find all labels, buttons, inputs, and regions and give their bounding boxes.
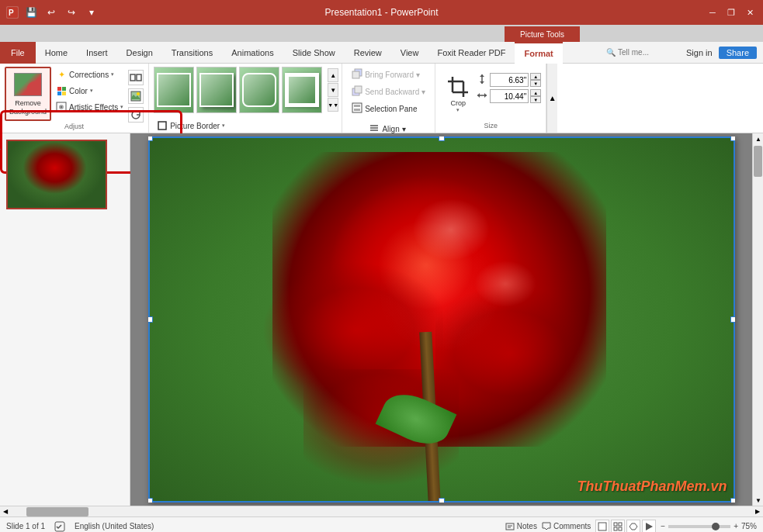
style-more-button[interactable]: ▼▼ (328, 98, 338, 112)
arrange-content: Bring Forward ▾ Send Backward ▾ (347, 67, 430, 116)
style-thumb-4[interactable] (282, 67, 322, 113)
handle-middle-left[interactable] (148, 316, 153, 323)
height-row: 6.63" ▲ ▼ (477, 73, 541, 87)
style-up-button[interactable]: ▲ (328, 68, 338, 82)
picture-border-button[interactable]: Picture Border ▾ (154, 118, 228, 133)
slideshow-button[interactable] (642, 520, 656, 533)
minimize-button[interactable]: ─ (706, 5, 720, 19)
svg-rect-19 (354, 105, 360, 107)
style-down-button[interactable]: ▼ (328, 83, 338, 97)
scroll-right-button[interactable]: ▶ (752, 506, 763, 517)
save-button[interactable]: 💾 (23, 5, 39, 20)
slide-number-1: 1 (0, 143, 2, 151)
title-bar: P 💾 ↩ ↪ ▾ Presentation1 - PowerPoint ─ ❐… (0, 0, 763, 25)
width-spin-down[interactable]: ▼ (530, 96, 541, 103)
tab-format[interactable]: Format (515, 42, 562, 64)
selection-pane-button[interactable]: Selection Pane (347, 101, 421, 116)
artistic-effects-button[interactable]: Artistic Effects ▾ (53, 99, 127, 115)
notes-button[interactable]: Notes (505, 522, 537, 531)
corrections-dropdown-arrow: ▾ (111, 71, 114, 78)
tab-view[interactable]: View (391, 42, 428, 64)
zoom-out-button[interactable]: − (661, 522, 665, 530)
ribbon-group-adjust: RemoveBackground ✦ Corrections ▾ (0, 64, 149, 133)
tab-design[interactable]: Design (117, 42, 162, 64)
qat-customize-button[interactable]: ▾ (84, 5, 99, 20)
tab-file[interactable]: File (0, 42, 36, 64)
style-thumb-4-inner (285, 73, 319, 107)
zoom-level: 75% (741, 522, 757, 530)
rose-image[interactable]: ThuThuatPhanMem.vn (148, 136, 735, 503)
height-spin-down[interactable]: ▼ (530, 80, 541, 87)
normal-view-button[interactable] (595, 520, 609, 533)
handle-top-left[interactable] (148, 136, 153, 141)
height-input[interactable]: 6.63" (490, 73, 529, 87)
scroll-thumb[interactable] (754, 146, 762, 177)
style-thumb-3[interactable] (239, 67, 279, 113)
comments-button[interactable]: Comments (542, 522, 591, 531)
handle-bottom-right[interactable] (730, 498, 735, 503)
style-thumb-1[interactable] (154, 67, 194, 113)
share-button[interactable]: Share (719, 47, 757, 59)
tab-foxit[interactable]: Foxit Reader PDF (428, 42, 515, 64)
handle-top-middle[interactable] (439, 136, 445, 141)
ribbon-scroll-button[interactable]: ▲ (546, 64, 557, 133)
tell-me-input[interactable] (618, 48, 680, 57)
h-scroll-thumb[interactable] (26, 507, 88, 516)
tab-review[interactable]: Review (345, 42, 391, 64)
size-group-label: Size (484, 122, 498, 131)
zoom-in-button[interactable]: + (734, 522, 738, 530)
view-buttons (595, 520, 656, 533)
undo-button[interactable]: ↩ (43, 5, 59, 20)
corrections-button[interactable]: ✦ Corrections ▾ (53, 67, 127, 82)
ribbon: RemoveBackground ✦ Corrections ▾ (0, 64, 763, 133)
sign-in-button[interactable]: Sign in (686, 48, 713, 57)
crop-button[interactable]: Crop ▾ (440, 67, 476, 121)
handle-top-right[interactable] (730, 136, 735, 141)
restore-button[interactable]: ❐ (724, 5, 738, 19)
remove-background-button[interactable]: RemoveBackground (5, 67, 51, 121)
tab-home[interactable]: Home (36, 42, 77, 64)
color-button[interactable]: Color ▾ (53, 83, 127, 98)
redo-button[interactable]: ↪ (64, 5, 79, 20)
tab-animations[interactable]: Animations (222, 42, 283, 64)
height-icon (477, 74, 488, 85)
bring-forward-button[interactable]: Bring Forward ▾ (347, 67, 425, 82)
scroll-up-button[interactable]: ▲ (753, 133, 763, 144)
svg-rect-40 (619, 523, 622, 526)
reading-view-button[interactable] (626, 520, 640, 533)
tab-insert[interactable]: Insert (77, 42, 117, 64)
tell-me-area[interactable]: 🔍 (606, 48, 680, 57)
width-icon (477, 91, 488, 102)
tab-slideshow[interactable]: Slide Show (283, 42, 345, 64)
height-spin-up[interactable]: ▲ (530, 73, 541, 80)
width-input[interactable]: 10.44" (490, 89, 529, 103)
scroll-track (753, 144, 763, 495)
handle-middle-right[interactable] (730, 316, 735, 323)
size-content: Crop ▾ 6.63" ▲ ▼ (440, 67, 541, 122)
picture-border-label: Picture Border (170, 122, 220, 130)
compress-pictures-button[interactable] (128, 70, 144, 85)
color-label: Color (69, 87, 88, 95)
style-thumb-1-inner (157, 73, 191, 107)
handle-bottom-left[interactable] (148, 498, 153, 503)
style-thumb-2[interactable] (196, 67, 237, 113)
zoom-slider[interactable] (668, 525, 730, 528)
slide-sorter-button[interactable] (611, 520, 625, 533)
scroll-down-button[interactable]: ▼ (753, 495, 763, 506)
width-spin-up[interactable]: ▲ (530, 89, 541, 96)
zoom-thumb[interactable] (712, 523, 720, 530)
send-backward-button[interactable]: Send Backward ▾ (347, 84, 430, 99)
handle-bottom-middle[interactable] (439, 498, 445, 503)
h-scroll-track (11, 506, 752, 517)
svg-rect-41 (614, 527, 617, 530)
reset-picture-button[interactable] (128, 107, 144, 123)
color-icon (56, 85, 67, 96)
slide-1-thumbnail[interactable] (6, 140, 107, 209)
tab-transitions[interactable]: Transitions (162, 42, 222, 64)
scroll-left-button[interactable]: ◀ (0, 506, 11, 517)
close-button[interactable]: ✕ (743, 5, 757, 19)
adjust-content: RemoveBackground ✦ Corrections ▾ (5, 67, 144, 123)
style-thumb-3-inner (242, 73, 276, 107)
change-picture-button[interactable] (128, 88, 144, 104)
title-bar-controls: ─ ❐ ✕ (706, 5, 757, 19)
